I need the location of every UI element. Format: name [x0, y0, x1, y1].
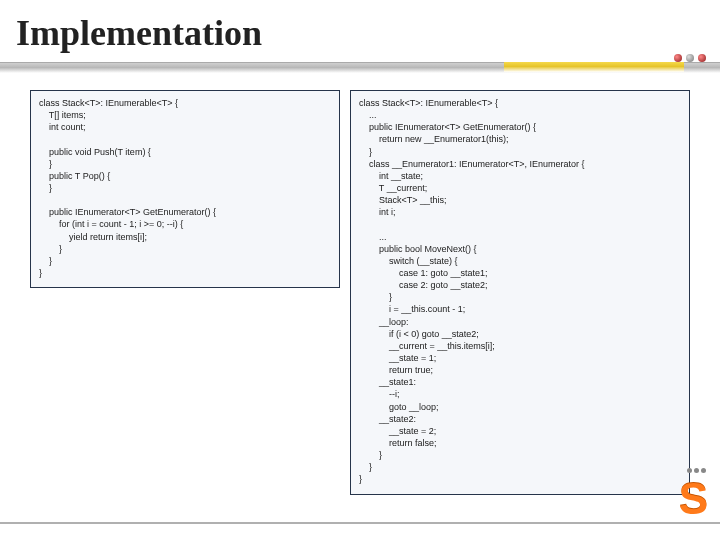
footer-divider [0, 522, 720, 524]
code-generated: class Stack<T>: IEnumerable<T> { ... pub… [359, 97, 681, 486]
divider-accent [504, 62, 684, 72]
content-row: class Stack<T>: IEnumerable<T> { T[] ite… [0, 84, 720, 495]
dot-icon [687, 468, 692, 473]
code-source: class Stack<T>: IEnumerable<T> { T[] ite… [39, 97, 331, 279]
logo: S [670, 472, 708, 518]
title-divider [0, 60, 720, 84]
dot-icon [694, 468, 699, 473]
logo-dots [687, 468, 706, 473]
dot-icon [701, 468, 706, 473]
slide: Implementation class Stack<T>: IEnumerab… [0, 0, 720, 540]
code-panel-source: class Stack<T>: IEnumerable<T> { T[] ite… [30, 90, 340, 288]
dot-icon [686, 54, 694, 62]
page-title: Implementation [0, 0, 720, 54]
dot-icon [674, 54, 682, 62]
code-panel-generated: class Stack<T>: IEnumerable<T> { ... pub… [350, 90, 690, 495]
dot-icon [698, 54, 706, 62]
corner-dots [674, 54, 706, 62]
logo-letter: S [679, 474, 708, 524]
